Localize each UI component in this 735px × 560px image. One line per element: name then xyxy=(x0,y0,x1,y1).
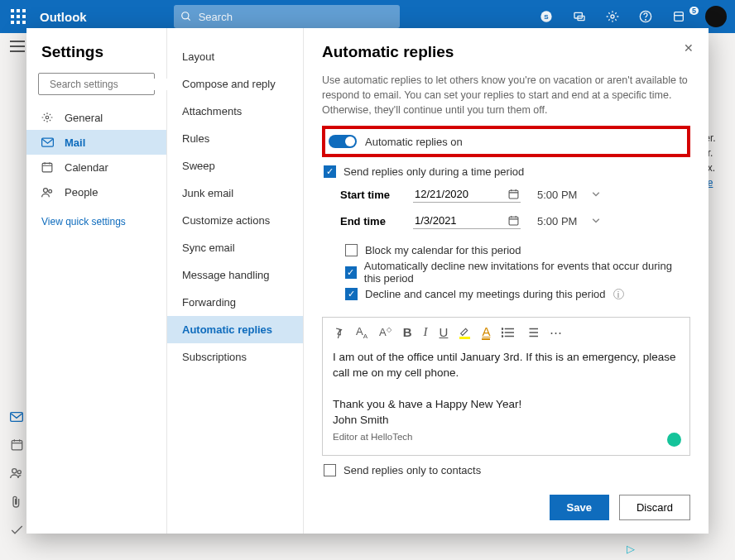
svg-text:S: S xyxy=(544,13,549,21)
calendar-rail-icon[interactable] xyxy=(11,438,23,451)
toggle-label: Automatic replies on xyxy=(365,136,463,148)
svg-point-30 xyxy=(502,332,503,333)
sub-sync[interactable]: Sync email xyxy=(167,234,303,261)
todo-rail-icon[interactable] xyxy=(11,525,23,535)
reply-editor: AA A◇ B I U A ⋯ I am out of the office u… xyxy=(322,317,690,456)
svg-line-1 xyxy=(187,18,190,21)
end-date-input[interactable]: 1/3/2021 xyxy=(413,213,521,229)
reply-text-line: I am out of the office until January 3rd… xyxy=(333,350,680,381)
svg-point-31 xyxy=(502,336,503,337)
sub-customize[interactable]: Customize actions xyxy=(167,207,303,234)
start-date-input[interactable]: 12/21/2020 xyxy=(413,186,521,203)
mail-icon xyxy=(41,137,55,147)
notification-badge: 5 xyxy=(689,7,699,15)
decline-invites-checkbox[interactable]: ✓ xyxy=(345,266,357,279)
discard-button[interactable]: Discard xyxy=(619,495,690,520)
font-style-icon[interactable]: A◇ xyxy=(379,326,392,338)
italic-icon[interactable]: I xyxy=(424,325,428,339)
block-calendar-label: Block my calendar for this period xyxy=(365,244,521,256)
end-time-input[interactable]: 5:00 PM xyxy=(536,213,602,229)
calendar-picker-icon[interactable] xyxy=(508,215,519,226)
time-period-checkbox-row: ✓ Send replies only during a time period xyxy=(324,165,690,178)
sub-attachments[interactable]: Attachments xyxy=(167,98,303,125)
cancel-meetings-checkbox[interactable]: ✓ xyxy=(345,288,358,300)
block-calendar-checkbox[interactable] xyxy=(345,244,358,256)
category-general[interactable]: General xyxy=(26,105,166,130)
search-settings-input[interactable] xyxy=(50,79,174,90)
editor-toolbar: AA A◇ B I U A ⋯ xyxy=(323,318,689,347)
sub-layout[interactable]: Layout xyxy=(167,43,303,70)
search-settings[interactable] xyxy=(38,73,155,95)
sub-automatic-replies[interactable]: Automatic replies xyxy=(167,316,303,343)
global-search[interactable] xyxy=(174,5,400,28)
close-icon[interactable]: ✕ xyxy=(684,41,694,55)
svg-point-29 xyxy=(502,328,503,330)
skype-icon[interactable]: S xyxy=(540,10,564,23)
font-color-icon[interactable]: A xyxy=(482,324,490,340)
calendar-picker-icon[interactable] xyxy=(508,189,519,199)
sub-sweep[interactable]: Sweep xyxy=(167,152,303,179)
end-time-label: End time xyxy=(340,215,398,227)
view-quick-settings-link[interactable]: View quick settings xyxy=(26,204,166,239)
settings-sublist: Layout Compose and reply Attachments Rul… xyxy=(167,28,304,534)
category-label: Calendar xyxy=(65,161,108,174)
dialog-footer: Save Discard xyxy=(322,486,690,520)
settings-panel: ✕ Automatic replies Use automatic replie… xyxy=(304,28,709,534)
mail-rail-icon[interactable] xyxy=(10,412,23,422)
editor-body[interactable]: I am out of the office until January 3rd… xyxy=(323,347,689,455)
category-people[interactable]: People xyxy=(26,179,166,204)
svg-rect-13 xyxy=(11,413,23,422)
start-time-input[interactable]: 5:00 PM xyxy=(536,187,602,203)
sub-compose[interactable]: Compose and reply xyxy=(167,70,303,98)
svg-rect-20 xyxy=(42,138,54,146)
automatic-replies-toggle[interactable] xyxy=(329,135,357,148)
save-button[interactable]: Save xyxy=(550,495,609,520)
grammarly-icon[interactable] xyxy=(667,433,681,447)
attach-rail-icon[interactable] xyxy=(12,495,22,509)
time-period-checkbox[interactable]: ✓ xyxy=(324,165,336,178)
people-rail-icon[interactable] xyxy=(10,467,23,479)
underline-icon[interactable]: U xyxy=(440,325,449,339)
font-size-icon[interactable]: AA xyxy=(356,325,368,340)
sub-junk[interactable]: Junk email xyxy=(167,179,303,207)
sub-rules[interactable]: Rules xyxy=(167,125,303,152)
time-period-label: Send replies only during a time period xyxy=(343,165,524,178)
reply-signature: Editor at HelloTech xyxy=(333,430,680,443)
bold-icon[interactable]: B xyxy=(403,325,412,339)
app-brand: Outlook xyxy=(40,10,87,24)
search-icon xyxy=(180,11,192,22)
sub-forwarding[interactable]: Forwarding xyxy=(167,289,303,316)
svg-point-19 xyxy=(46,116,49,119)
reply-text-line: John Smith xyxy=(333,413,680,428)
chevron-down-icon xyxy=(592,218,600,223)
svg-rect-25 xyxy=(509,218,518,226)
pin-icon[interactable] xyxy=(333,327,344,338)
number-list-icon[interactable] xyxy=(526,328,538,337)
help-icon[interactable] xyxy=(639,10,664,23)
sub-subscriptions[interactable]: Subscriptions xyxy=(167,343,303,371)
ad-play-icon[interactable]: ▷ xyxy=(627,543,635,555)
svg-rect-14 xyxy=(12,441,22,450)
calendar-icon xyxy=(41,161,55,173)
svg-rect-21 xyxy=(42,163,52,172)
contacts-only-checkbox[interactable] xyxy=(324,464,336,476)
app-launcher-icon[interactable] xyxy=(8,7,28,26)
highlight-icon[interactable] xyxy=(459,326,470,339)
category-calendar[interactable]: Calendar xyxy=(26,155,166,179)
category-mail[interactable]: Mail xyxy=(26,130,166,155)
sub-message-handling[interactable]: Message handling xyxy=(167,261,303,289)
bullet-list-icon[interactable] xyxy=(502,328,514,337)
info-icon[interactable]: i xyxy=(613,289,624,299)
avatar[interactable] xyxy=(705,6,727,27)
chat-icon[interactable] xyxy=(573,10,598,23)
hamburger-icon[interactable] xyxy=(10,41,25,52)
decline-invites-label: Automatically decline new invitations fo… xyxy=(364,260,690,285)
svg-point-23 xyxy=(49,189,52,193)
notifications-icon[interactable]: 5 xyxy=(672,10,697,23)
more-icon[interactable]: ⋯ xyxy=(550,325,562,340)
search-input[interactable] xyxy=(199,11,393,23)
gear-icon[interactable] xyxy=(606,10,631,23)
svg-point-15 xyxy=(12,469,17,473)
start-time-label: Start time xyxy=(340,189,398,201)
panel-description: Use automatic replies to let others know… xyxy=(322,73,690,117)
